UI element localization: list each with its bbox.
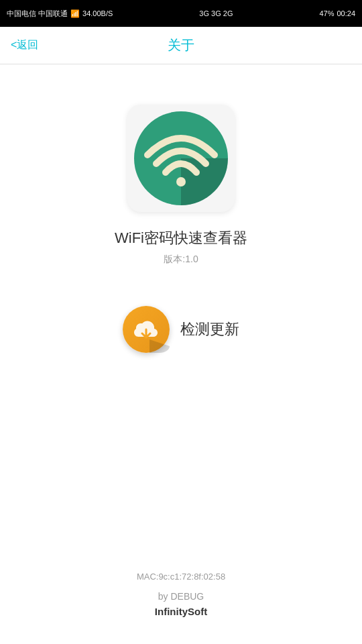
- carrier-text: 中国电信 中国联通: [7, 9, 68, 19]
- status-bar: 中国电信 中国联通 📶 34.00B/S 3G 3G 2G 47% 00:24: [0, 0, 362, 27]
- time-text: 00:24: [337, 9, 355, 17]
- main-content: WiFi密码快速查看器 版本:1.0 检测更新 MAC:9c:c1:72:8f:…: [0, 64, 362, 644]
- company-name: InfinitySoft: [155, 606, 207, 617]
- nav-bar: <返回 关于: [0, 27, 362, 64]
- status-carrier: 中国电信 中国联通 📶 34.00B/S: [7, 9, 113, 19]
- app-version: 版本:1.0: [164, 254, 198, 266]
- speed-text: 34.00B/S: [82, 9, 113, 17]
- back-button[interactable]: <返回: [11, 38, 38, 52]
- update-label[interactable]: 检测更新: [180, 319, 239, 339]
- signal-icons: 📶: [70, 9, 80, 18]
- status-center: 3G 3G 2G: [199, 9, 233, 17]
- app-icon-container: [127, 105, 235, 212]
- cloud-icon-container[interactable]: [123, 306, 170, 353]
- app-name: WiFi密码快速查看器: [115, 228, 247, 248]
- page-title: 关于: [168, 36, 194, 54]
- update-section[interactable]: 检测更新: [123, 306, 239, 353]
- network-type: 3G 3G 2G: [199, 9, 233, 17]
- status-right: 47% 00:24: [319, 9, 355, 17]
- cloud-icon: [131, 317, 161, 341]
- footer-section: MAC:9c:c1:72:8f:02:58 by DEBUG InfinityS…: [0, 572, 362, 617]
- svg-point-3: [176, 177, 186, 186]
- by-debug-text: by DEBUG: [158, 591, 204, 602]
- mac-address: MAC:9c:c1:72:8f:02:58: [137, 572, 225, 582]
- battery-text: 47%: [319, 9, 334, 17]
- wifi-app-icon: [134, 111, 228, 205]
